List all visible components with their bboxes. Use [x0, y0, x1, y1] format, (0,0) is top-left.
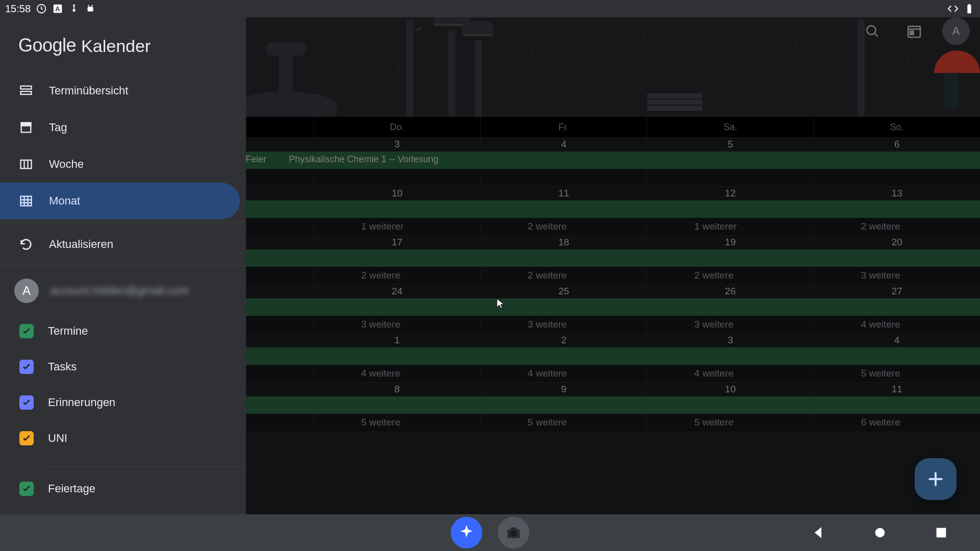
checkbox-checked-icon	[19, 431, 34, 445]
month-icon	[18, 193, 34, 209]
divider	[0, 222, 246, 223]
create-event-fab[interactable]	[915, 458, 957, 500]
day-icon	[18, 120, 34, 135]
nav-recent-button[interactable]	[933, 524, 949, 541]
android-nav-bar	[0, 514, 980, 551]
svg-rect-7	[968, 4, 970, 5]
svg-rect-13	[21, 86, 32, 89]
plus-icon	[925, 469, 946, 489]
checkbox-checked-icon	[19, 482, 34, 496]
app-logo: Google Kalender	[0, 30, 246, 69]
nav-back-button[interactable]	[811, 524, 827, 541]
usb-icon	[68, 3, 80, 14]
android-status-bar: 15:58 A	[0, 0, 980, 17]
checkbox-checked-icon	[19, 360, 34, 374]
divider	[0, 266, 246, 266]
calendar-toggle-erinnerungen[interactable]: Erinnerungen	[0, 385, 246, 420]
svg-rect-14	[21, 91, 32, 94]
nav-home-button[interactable]	[872, 524, 888, 541]
svg-point-25	[510, 531, 517, 537]
calendar-label: Tasks	[48, 360, 77, 373]
calendar-toggle-termine[interactable]: Termine	[0, 313, 246, 349]
battery-icon	[964, 3, 975, 14]
calendar-label: Termine	[48, 324, 88, 338]
view-label: Tag	[49, 121, 67, 134]
account-row[interactable]: A account.hidden@gmail.com	[0, 269, 246, 312]
a-box-icon: A	[52, 3, 63, 14]
view-label: Monat	[49, 194, 80, 208]
update-icon	[36, 3, 47, 14]
svg-rect-6	[967, 5, 971, 14]
sparkle-icon	[457, 523, 476, 542]
view-item-week[interactable]: Woche	[0, 146, 240, 183]
camera-icon	[504, 523, 523, 542]
calendar-toggle-uni[interactable]: UNI	[0, 420, 246, 456]
calendar-label: Erinnerungen	[48, 396, 115, 409]
calendar-toggle-list: TermineTasksErinnerungenUNI	[0, 312, 246, 462]
app-name: Kalender	[81, 36, 151, 56]
svg-rect-17	[21, 160, 32, 168]
view-item-schedule[interactable]: Terminübersicht	[0, 72, 240, 109]
assistant-button[interactable]	[451, 517, 482, 548]
refresh-button[interactable]: Aktualisieren	[0, 226, 240, 263]
svg-rect-3	[88, 7, 93, 11]
calendar-toggle-feiertage[interactable]: Feiertage	[0, 471, 246, 507]
svg-rect-16	[21, 123, 31, 126]
view-item-day[interactable]: Tag	[0, 109, 240, 146]
checkbox-checked-icon	[19, 324, 34, 338]
svg-rect-27	[937, 528, 946, 538]
week-icon	[18, 157, 34, 172]
mouse-cursor	[495, 298, 506, 309]
checkbox-checked-icon	[19, 395, 34, 410]
view-label: Terminübersicht	[49, 84, 128, 97]
view-label: Woche	[49, 158, 84, 171]
status-time: 15:58	[5, 3, 31, 15]
calendar-toggle-tasks[interactable]: Tasks	[0, 349, 246, 385]
account-avatar: A	[14, 279, 39, 303]
svg-point-26	[875, 528, 885, 538]
code-icon	[947, 3, 959, 14]
calendar-label: UNI	[48, 432, 67, 445]
divider	[46, 466, 246, 467]
adb-icon	[85, 3, 96, 14]
svg-rect-20	[21, 196, 32, 206]
view-item-month[interactable]: Monat	[0, 183, 240, 219]
navigation-drawer: Google Kalender TerminübersichtTagWocheM…	[0, 17, 246, 551]
calendar-label: Feiertage	[48, 482, 95, 495]
account-email: account.hidden@gmail.com	[50, 284, 189, 297]
google-wordmark: Google	[18, 35, 76, 56]
camera-button[interactable]	[498, 517, 529, 548]
schedule-icon	[18, 83, 34, 98]
svg-text:A: A	[55, 5, 60, 13]
refresh-icon	[18, 237, 34, 252]
view-switcher-list: TerminübersichtTagWocheMonat	[0, 69, 246, 219]
refresh-label: Aktualisieren	[49, 238, 113, 251]
